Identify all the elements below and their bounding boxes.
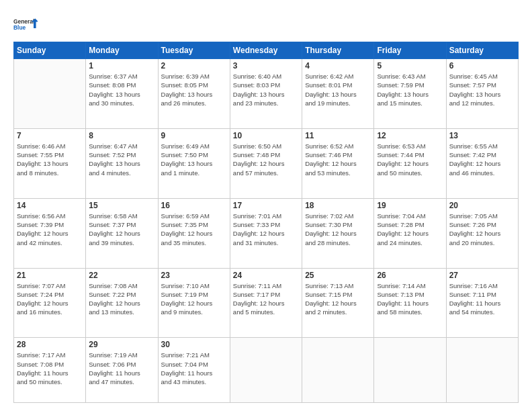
day-info: Sunrise: 6:42 AM Sunset: 8:01 PM Dayligh… xyxy=(305,72,371,107)
calendar-week-row: 1Sunrise: 6:37 AM Sunset: 8:08 PM Daylig… xyxy=(14,59,519,129)
day-number: 28 xyxy=(17,340,83,349)
day-info: Sunrise: 7:21 AM Sunset: 7:04 PM Dayligh… xyxy=(161,351,227,386)
day-info: Sunrise: 6:59 AM Sunset: 7:35 PM Dayligh… xyxy=(161,212,227,247)
day-number: 29 xyxy=(89,340,154,349)
calendar-cell: 22Sunrise: 7:08 AM Sunset: 7:22 PM Dayli… xyxy=(86,268,158,338)
day-number: 10 xyxy=(233,131,299,140)
day-number: 7 xyxy=(17,131,83,140)
day-number: 4 xyxy=(305,61,371,71)
day-number: 5 xyxy=(377,61,443,71)
day-info: Sunrise: 6:55 AM Sunset: 7:42 PM Dayligh… xyxy=(449,142,515,177)
day-number: 16 xyxy=(161,201,227,210)
calendar-cell: 5Sunrise: 6:43 AM Sunset: 7:59 PM Daylig… xyxy=(374,59,446,129)
logo-svg: General Blue xyxy=(13,12,38,36)
calendar-cell: 23Sunrise: 7:10 AM Sunset: 7:19 PM Dayli… xyxy=(158,268,230,338)
calendar-cell: 26Sunrise: 7:14 AM Sunset: 7:13 PM Dayli… xyxy=(374,268,446,338)
calendar-cell xyxy=(14,59,86,129)
day-info: Sunrise: 7:11 AM Sunset: 7:17 PM Dayligh… xyxy=(233,281,299,317)
day-number: 24 xyxy=(233,271,299,280)
day-number: 23 xyxy=(161,271,227,280)
day-number: 12 xyxy=(377,131,443,140)
calendar-cell: 8Sunrise: 6:47 AM Sunset: 7:52 PM Daylig… xyxy=(86,128,158,198)
day-info: Sunrise: 7:13 AM Sunset: 7:15 PM Dayligh… xyxy=(305,281,371,317)
calendar-week-row: 21Sunrise: 7:07 AM Sunset: 7:24 PM Dayli… xyxy=(14,268,519,338)
calendar-cell xyxy=(446,338,518,403)
day-info: Sunrise: 7:10 AM Sunset: 7:19 PM Dayligh… xyxy=(161,281,227,317)
logo: General Blue xyxy=(13,12,38,36)
day-info: Sunrise: 6:45 AM Sunset: 7:57 PM Dayligh… xyxy=(449,72,515,107)
column-header-friday: Friday xyxy=(374,42,446,59)
calendar-cell xyxy=(230,338,302,403)
day-info: Sunrise: 6:56 AM Sunset: 7:39 PM Dayligh… xyxy=(17,212,83,247)
day-number: 18 xyxy=(305,201,371,210)
day-number: 17 xyxy=(233,201,299,210)
calendar-cell: 27Sunrise: 7:16 AM Sunset: 7:11 PM Dayli… xyxy=(446,268,518,338)
day-number: 30 xyxy=(161,340,227,349)
day-info: Sunrise: 6:58 AM Sunset: 7:37 PM Dayligh… xyxy=(89,212,154,247)
day-info: Sunrise: 7:14 AM Sunset: 7:13 PM Dayligh… xyxy=(377,281,443,317)
day-number: 22 xyxy=(89,271,154,280)
day-number: 9 xyxy=(161,131,227,140)
calendar-cell: 20Sunrise: 7:05 AM Sunset: 7:26 PM Dayli… xyxy=(446,198,518,268)
calendar-cell xyxy=(374,338,446,403)
day-number: 2 xyxy=(161,61,227,71)
day-number: 13 xyxy=(449,131,515,140)
day-info: Sunrise: 7:05 AM Sunset: 7:26 PM Dayligh… xyxy=(449,212,515,247)
day-info: Sunrise: 7:04 AM Sunset: 7:28 PM Dayligh… xyxy=(377,212,443,247)
day-info: Sunrise: 7:02 AM Sunset: 7:30 PM Dayligh… xyxy=(305,212,371,247)
calendar-cell: 28Sunrise: 7:17 AM Sunset: 7:08 PM Dayli… xyxy=(14,338,86,403)
day-info: Sunrise: 6:53 AM Sunset: 7:44 PM Dayligh… xyxy=(377,142,443,177)
calendar-cell: 2Sunrise: 6:39 AM Sunset: 8:05 PM Daylig… xyxy=(158,59,230,129)
header: General Blue xyxy=(13,12,519,36)
column-header-thursday: Thursday xyxy=(302,42,374,59)
calendar-cell: 9Sunrise: 6:49 AM Sunset: 7:50 PM Daylig… xyxy=(158,128,230,198)
calendar-table: SundayMondayTuesdayWednesdayThursdayFrid… xyxy=(13,42,519,403)
day-number: 21 xyxy=(17,271,83,280)
calendar-cell: 17Sunrise: 7:01 AM Sunset: 7:33 PM Dayli… xyxy=(230,198,302,268)
calendar-cell: 6Sunrise: 6:45 AM Sunset: 7:57 PM Daylig… xyxy=(446,59,518,129)
calendar-cell: 14Sunrise: 6:56 AM Sunset: 7:39 PM Dayli… xyxy=(14,198,86,268)
day-info: Sunrise: 6:47 AM Sunset: 7:52 PM Dayligh… xyxy=(89,142,154,177)
day-info: Sunrise: 6:40 AM Sunset: 8:03 PM Dayligh… xyxy=(233,72,299,107)
calendar-cell: 25Sunrise: 7:13 AM Sunset: 7:15 PM Dayli… xyxy=(302,268,374,338)
day-number: 26 xyxy=(377,271,443,280)
calendar-cell xyxy=(302,338,374,403)
calendar-week-row: 14Sunrise: 6:56 AM Sunset: 7:39 PM Dayli… xyxy=(14,198,519,268)
day-number: 25 xyxy=(305,271,371,280)
day-info: Sunrise: 6:43 AM Sunset: 7:59 PM Dayligh… xyxy=(377,72,443,107)
calendar-cell: 16Sunrise: 6:59 AM Sunset: 7:35 PM Dayli… xyxy=(158,198,230,268)
calendar-cell: 18Sunrise: 7:02 AM Sunset: 7:30 PM Dayli… xyxy=(302,198,374,268)
day-info: Sunrise: 6:50 AM Sunset: 7:48 PM Dayligh… xyxy=(233,142,299,177)
calendar-cell: 3Sunrise: 6:40 AM Sunset: 8:03 PM Daylig… xyxy=(230,59,302,129)
day-number: 3 xyxy=(233,61,299,71)
svg-text:Blue: Blue xyxy=(13,24,26,31)
day-info: Sunrise: 6:37 AM Sunset: 8:08 PM Dayligh… xyxy=(89,72,154,107)
svg-text:General: General xyxy=(13,18,34,25)
calendar-cell: 12Sunrise: 6:53 AM Sunset: 7:44 PM Dayli… xyxy=(374,128,446,198)
calendar-cell: 15Sunrise: 6:58 AM Sunset: 7:37 PM Dayli… xyxy=(86,198,158,268)
column-header-sunday: Sunday xyxy=(14,42,86,59)
calendar-cell: 13Sunrise: 6:55 AM Sunset: 7:42 PM Dayli… xyxy=(446,128,518,198)
calendar-cell: 1Sunrise: 6:37 AM Sunset: 8:08 PM Daylig… xyxy=(86,59,158,129)
calendar-cell: 29Sunrise: 7:19 AM Sunset: 7:06 PM Dayli… xyxy=(86,338,158,403)
calendar-cell: 4Sunrise: 6:42 AM Sunset: 8:01 PM Daylig… xyxy=(302,59,374,129)
column-header-wednesday: Wednesday xyxy=(230,42,302,59)
day-info: Sunrise: 6:49 AM Sunset: 7:50 PM Dayligh… xyxy=(161,142,227,177)
calendar-cell: 24Sunrise: 7:11 AM Sunset: 7:17 PM Dayli… xyxy=(230,268,302,338)
day-number: 27 xyxy=(449,271,515,280)
day-info: Sunrise: 7:16 AM Sunset: 7:11 PM Dayligh… xyxy=(449,281,515,317)
day-info: Sunrise: 6:52 AM Sunset: 7:46 PM Dayligh… xyxy=(305,142,371,177)
calendar-cell: 30Sunrise: 7:21 AM Sunset: 7:04 PM Dayli… xyxy=(158,338,230,403)
day-number: 20 xyxy=(449,201,515,210)
calendar-cell: 7Sunrise: 6:46 AM Sunset: 7:55 PM Daylig… xyxy=(14,128,86,198)
day-info: Sunrise: 7:01 AM Sunset: 7:33 PM Dayligh… xyxy=(233,212,299,247)
calendar-cell: 10Sunrise: 6:50 AM Sunset: 7:48 PM Dayli… xyxy=(230,128,302,198)
day-number: 15 xyxy=(89,201,154,210)
column-header-tuesday: Tuesday xyxy=(158,42,230,59)
day-number: 19 xyxy=(377,201,443,210)
day-number: 14 xyxy=(17,201,83,210)
day-info: Sunrise: 7:07 AM Sunset: 7:24 PM Dayligh… xyxy=(17,281,83,317)
day-info: Sunrise: 7:19 AM Sunset: 7:06 PM Dayligh… xyxy=(89,351,154,386)
column-header-saturday: Saturday xyxy=(446,42,518,59)
calendar-cell: 11Sunrise: 6:52 AM Sunset: 7:46 PM Dayli… xyxy=(302,128,374,198)
